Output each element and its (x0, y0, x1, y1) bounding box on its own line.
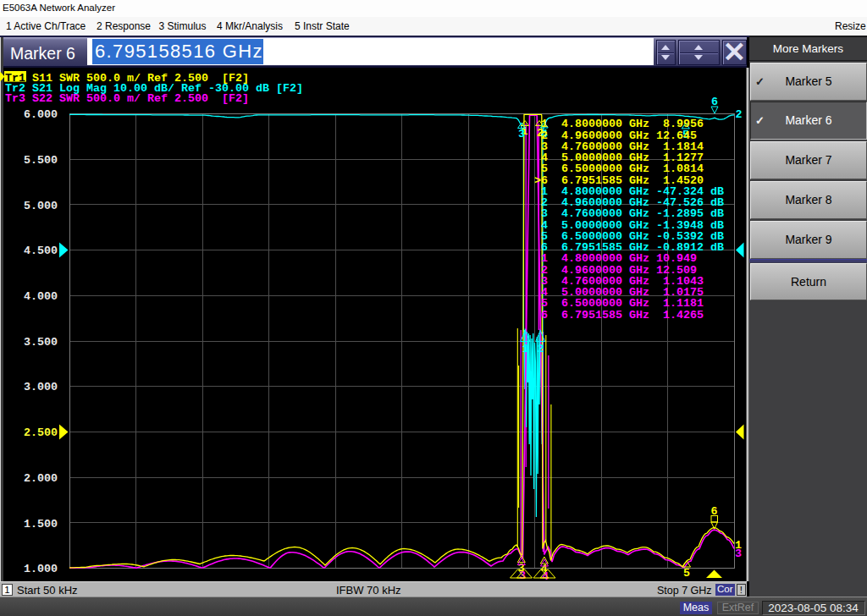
svg-text:6: 6 (541, 309, 548, 322)
svg-text:1.4265: 1.4265 (663, 309, 704, 322)
svg-text:3.000: 3.000 (24, 381, 58, 393)
svg-text:6: 6 (711, 505, 718, 518)
svg-text:>: > (534, 174, 541, 187)
svg-text:5.500: 5.500 (24, 154, 58, 167)
svg-text:2.000: 2.000 (24, 472, 58, 485)
svg-text:1.500: 1.500 (24, 518, 58, 531)
svg-text:3.500: 3.500 (24, 336, 58, 349)
svg-text:4.000: 4.000 (24, 290, 58, 303)
svg-text:4.500: 4.500 (24, 245, 58, 257)
svg-text:1.000: 1.000 (24, 563, 58, 575)
svg-text:3: 3 (735, 547, 742, 560)
svg-text:6.000: 6.000 (24, 108, 58, 121)
svg-text:6: 6 (711, 96, 718, 108)
svg-text:5: 5 (683, 567, 690, 580)
svg-text:1: 1 (522, 343, 529, 355)
svg-text:5.000: 5.000 (24, 200, 58, 212)
svg-text:2: 2 (538, 343, 544, 355)
svg-text:6.7951585 GHz: 6.7951585 GHz (561, 309, 649, 322)
svg-text:2.500: 2.500 (24, 426, 58, 439)
svg-text:3: 3 (518, 128, 525, 140)
svg-text:[F2]: [F2] (222, 92, 249, 105)
svg-text:2: 2 (736, 108, 743, 121)
svg-text:Tr3 S22 SWR 500.0 m/ Ref 2.500: Tr3 S22 SWR 500.0 m/ Ref 2.500 (5, 92, 208, 105)
